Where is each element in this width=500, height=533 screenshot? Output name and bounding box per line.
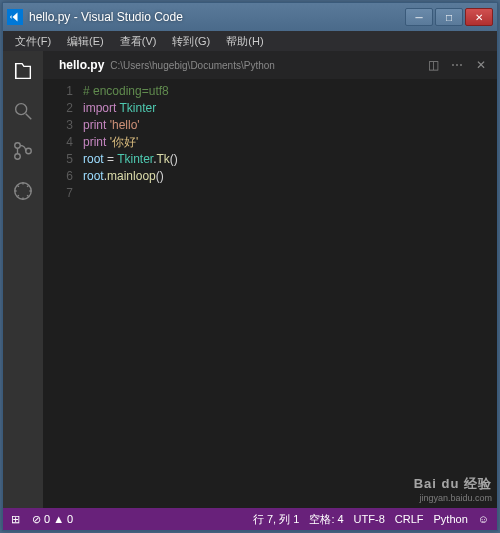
svg-point-3 <box>26 148 32 154</box>
svg-point-1 <box>15 143 21 149</box>
window-titlebar: hello.py - Visual Studio Code ─ □ ✕ <box>3 3 497 31</box>
search-icon[interactable] <box>11 99 35 123</box>
menubar: 文件(F) 编辑(E) 查看(V) 转到(G) 帮助(H) <box>3 31 497 51</box>
editor-tab[interactable]: hello.py C:\Users\hugebig\Documents\Pyth… <box>51 54 283 76</box>
status-language[interactable]: Python <box>434 513 468 525</box>
source-control-icon[interactable] <box>11 139 35 163</box>
svg-point-2 <box>15 154 21 160</box>
tab-filepath: C:\Users\hugebig\Documents\Python <box>110 60 275 71</box>
status-spaces[interactable]: 空格: 4 <box>309 512 343 527</box>
code-content[interactable]: # encoding=utf8 import Tkinter print 'he… <box>83 83 497 508</box>
menu-goto[interactable]: 转到(G) <box>164 32 218 51</box>
close-tab-icon[interactable]: ✕ <box>473 58 489 72</box>
status-problems[interactable]: ⊘0 ▲0 <box>32 513 73 526</box>
minimize-button[interactable]: ─ <box>405 8 433 26</box>
more-actions-icon[interactable]: ⋯ <box>449 58 465 72</box>
line-numbers: 1 2 3 4 5 6 7 <box>43 83 83 508</box>
status-bar: ⊞ ⊘0 ▲0 行 7, 列 1 空格: 4 UTF-8 CRLF Python… <box>3 508 497 530</box>
error-icon: ⊘ <box>32 513 41 526</box>
status-feedback-icon[interactable]: ☺ <box>478 513 489 525</box>
code-editor[interactable]: 1 2 3 4 5 6 7 # encoding=utf8 import Tki… <box>43 79 497 508</box>
warning-icon: ▲ <box>53 513 64 525</box>
close-button[interactable]: ✕ <box>465 8 493 26</box>
menu-view[interactable]: 查看(V) <box>112 32 165 51</box>
menu-file[interactable]: 文件(F) <box>7 32 59 51</box>
status-encoding[interactable]: UTF-8 <box>354 513 385 525</box>
status-cursor[interactable]: 行 7, 列 1 <box>253 512 299 527</box>
split-editor-icon[interactable]: ◫ <box>425 58 441 72</box>
svg-point-4 <box>15 183 32 200</box>
explorer-icon[interactable] <box>11 59 35 83</box>
menu-help[interactable]: 帮助(H) <box>218 32 271 51</box>
menu-edit[interactable]: 编辑(E) <box>59 32 112 51</box>
status-remote-icon[interactable]: ⊞ <box>11 513 20 526</box>
tab-bar: hello.py C:\Users\hugebig\Documents\Pyth… <box>43 51 497 79</box>
status-eol[interactable]: CRLF <box>395 513 424 525</box>
maximize-button[interactable]: □ <box>435 8 463 26</box>
window-title: hello.py - Visual Studio Code <box>29 10 405 24</box>
tab-filename: hello.py <box>59 58 104 72</box>
vscode-logo-icon <box>7 9 23 25</box>
debug-icon[interactable] <box>11 179 35 203</box>
activity-bar <box>3 51 43 508</box>
svg-point-0 <box>16 104 27 115</box>
